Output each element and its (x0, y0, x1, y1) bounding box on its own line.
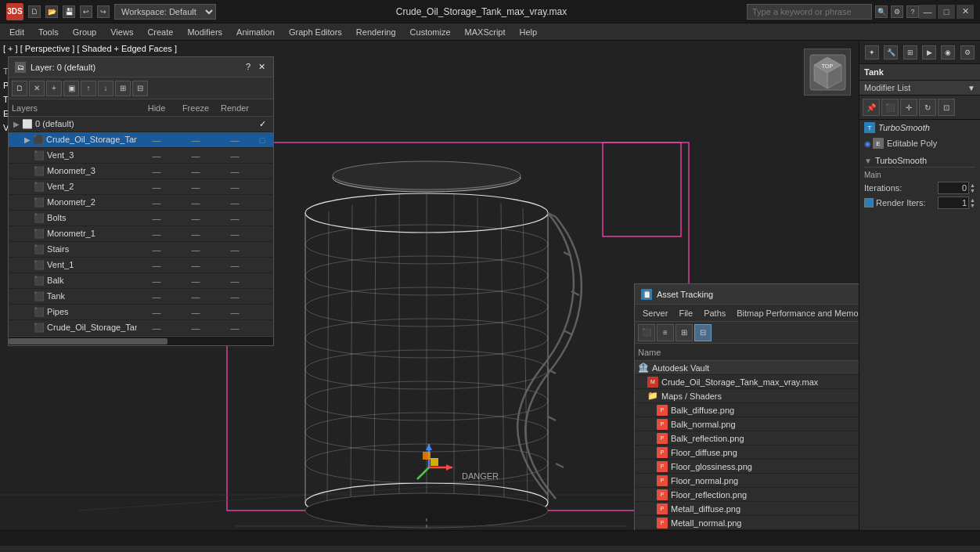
render-iters-up[interactable]: ▲ (970, 197, 975, 203)
layer-tool-move-up[interactable]: ↑ (81, 81, 96, 96)
mod-tool-move[interactable]: ✛ (900, 99, 917, 116)
asset-tool-3[interactable]: ⊞ (676, 324, 693, 341)
list-item[interactable]: ⬛ Monometr_2 — — — (9, 195, 273, 211)
asset-tool-1[interactable]: ⬛ (638, 324, 655, 341)
render-iters-down[interactable]: ▼ (970, 203, 975, 208)
asset-menu-server[interactable]: Server (638, 307, 672, 319)
layer-tool-select[interactable]: ▣ (63, 81, 79, 96)
render-iters-input[interactable]: 1 (938, 197, 969, 209)
layer-tool-add[interactable]: + (46, 81, 62, 96)
menu-rendering[interactable]: Rendering (350, 26, 402, 38)
menu-tools[interactable]: Tools (32, 26, 65, 38)
list-item[interactable]: ⬛ Monometr_3 — — — (9, 164, 273, 179)
menu-maxscript[interactable]: MAXScript (459, 26, 512, 38)
asset-tool-2[interactable]: ≡ (657, 324, 674, 341)
menu-customize[interactable]: Customize (404, 26, 457, 38)
iterations-up[interactable]: ▲ (970, 182, 975, 188)
list-item[interactable]: ⬛ Crude_Oil_Storage_Tank — — — (9, 320, 273, 336)
asset-row-max[interactable]: M Crude_Oil_Storage_Tank_max_vray.max Ne… (635, 375, 859, 389)
menu-views[interactable]: Views (104, 26, 139, 38)
list-item[interactable]: PBalk_reflection.png Found (635, 431, 859, 446)
png-icon: P (657, 433, 668, 444)
list-item[interactable]: ⬛ Stairs — — — (9, 242, 273, 258)
asset-row-maps[interactable]: 📁 Maps / Shaders (635, 389, 859, 403)
layer-tool-delete[interactable]: ✕ (29, 81, 45, 96)
asset-row-vault[interactable]: 🏦 Autodesk Vault Logged O (635, 361, 859, 375)
toolbar-new-button[interactable]: 🗋 (28, 5, 41, 18)
rp-icon-display[interactable]: ◉ (941, 45, 955, 60)
menu-edit[interactable]: Edit (3, 26, 31, 38)
iterations-down[interactable]: ▼ (970, 188, 975, 193)
png-icon: P (657, 447, 668, 458)
maximize-button[interactable]: □ (938, 5, 955, 19)
minimize-button[interactable]: — (919, 5, 936, 19)
navigation-cube[interactable]: TOP (804, 49, 851, 96)
modifier-list-bar[interactable]: Modifier List ▼ (859, 81, 980, 96)
layer-scrollbar[interactable] (9, 336, 273, 345)
list-item[interactable]: ⬛ Tank — — — (9, 289, 273, 305)
layer-tool-move-down[interactable]: ↓ (98, 81, 113, 96)
iterations-input[interactable]: 0 (938, 182, 969, 194)
layer-tool-expand[interactable]: ⊞ (115, 81, 131, 96)
list-item[interactable]: ⬛ Pipes — — — (9, 305, 273, 320)
render-iters-checkbox[interactable] (864, 198, 874, 207)
viewport[interactable]: [ + ] [ Perspective ] [ Shaded + Edged F… (0, 41, 859, 530)
list-item[interactable]: PMetall_diffuse.png Found (635, 502, 859, 516)
rp-icon-motion[interactable]: ▶ (922, 45, 936, 60)
rp-icon-hierarchy[interactable]: ⊞ (903, 45, 917, 60)
menu-graph-editors[interactable]: Graph Editors (283, 26, 348, 38)
layer-tool-new[interactable]: 🗋 (12, 81, 27, 96)
toolbar-redo-button[interactable]: ↪ (97, 5, 110, 18)
menu-create[interactable]: Create (141, 26, 179, 38)
mod-tool-scale[interactable]: ⊡ (938, 99, 955, 116)
list-item[interactable]: ⬛ Vent_2 — — — (9, 179, 273, 195)
modifier-turbosmooth[interactable]: T TurboSmooth (859, 120, 980, 135)
layer-panel-close[interactable]: ✕ (257, 62, 267, 72)
toolbar-open-button[interactable]: 📂 (45, 5, 58, 18)
list-item[interactable]: PMetall_normal.png Found (635, 516, 859, 530)
layer-panel-help[interactable]: ? (244, 62, 252, 72)
list-item[interactable]: ⬛ Balk — — — (9, 273, 273, 289)
asset-tool-4[interactable]: ⊟ (694, 324, 712, 341)
list-item[interactable]: PBalk_diffuse.png Found (635, 403, 859, 417)
list-item[interactable]: ⬛ Monometr_1 — — — (9, 226, 273, 242)
asset-rows-container[interactable]: 🏦 Autodesk Vault Logged O M Crude_Oil_St… (635, 361, 859, 530)
modifier-list-dropdown-icon[interactable]: ▼ (967, 84, 975, 92)
toolbar-save-button[interactable]: 💾 (63, 5, 75, 18)
asset-menu-bitmap[interactable]: Bitmap Performance and Memory (732, 307, 859, 319)
layer-scrollbar-thumb[interactable] (9, 338, 168, 345)
rp-icon-create[interactable]: ✦ (865, 45, 879, 60)
layer-list[interactable]: ▶ ⬜ 0 (default) ✓ ▶ ⬛ Crude_Oil_Storage_… (9, 117, 273, 336)
search-button[interactable]: 🔍 (875, 5, 888, 18)
layer-name-monometr1: ⬛ Monometr_1 (12, 229, 137, 239)
help-icon[interactable]: ? (906, 5, 919, 18)
rp-icon-utilities[interactable]: ⚙ (960, 45, 975, 60)
list-item[interactable]: PBalk_normal.png Found (635, 417, 859, 431)
toolbar-undo-button[interactable]: ↩ (80, 5, 92, 18)
asset-menu-file[interactable]: File (674, 307, 697, 319)
menu-help[interactable]: Help (513, 26, 544, 38)
list-item[interactable]: ⬛ Vent_1 — — — (9, 258, 273, 273)
menu-modifiers[interactable]: Modifiers (181, 26, 229, 38)
list-item[interactable]: ⬛ Bolts — — — (9, 211, 273, 226)
search-input[interactable] (747, 4, 872, 20)
layer-tool-collapse[interactable]: ⊟ (132, 81, 148, 96)
mod-tool-pin[interactable]: 📌 (863, 99, 880, 116)
list-item[interactable]: ⬛ Vent_3 — — — (9, 148, 273, 164)
close-button[interactable]: ✕ (957, 5, 974, 19)
list-item[interactable]: PFloor_reflection.png Found (635, 488, 859, 502)
layer-row-default[interactable]: ▶ ⬜ 0 (default) ✓ (9, 117, 273, 132)
menu-group[interactable]: Group (67, 26, 103, 38)
mod-tool-rotate[interactable]: ↻ (919, 99, 936, 116)
modifier-editable-poly[interactable]: ◉ E Editable Poly (859, 135, 980, 151)
rp-icon-modify[interactable]: 🔧 (884, 45, 898, 60)
menu-animation[interactable]: Animation (230, 26, 281, 38)
list-item[interactable]: PFloor_glossiness.png Found (635, 460, 859, 474)
list-item[interactable]: PFloor_diffuse.png Found (635, 446, 859, 460)
asset-menu-paths[interactable]: Paths (699, 307, 730, 319)
search-options-button[interactable]: ⚙ (891, 5, 903, 18)
list-item[interactable]: PFloor_normal.png Found (635, 474, 859, 488)
layer-row-crude-oil[interactable]: ▶ ⬛ Crude_Oil_Storage_Tank — — — □ (9, 132, 273, 148)
workspace-dropdown[interactable]: Workspace: Default (114, 4, 216, 20)
mod-tool-select[interactable]: ⬛ (881, 99, 899, 116)
